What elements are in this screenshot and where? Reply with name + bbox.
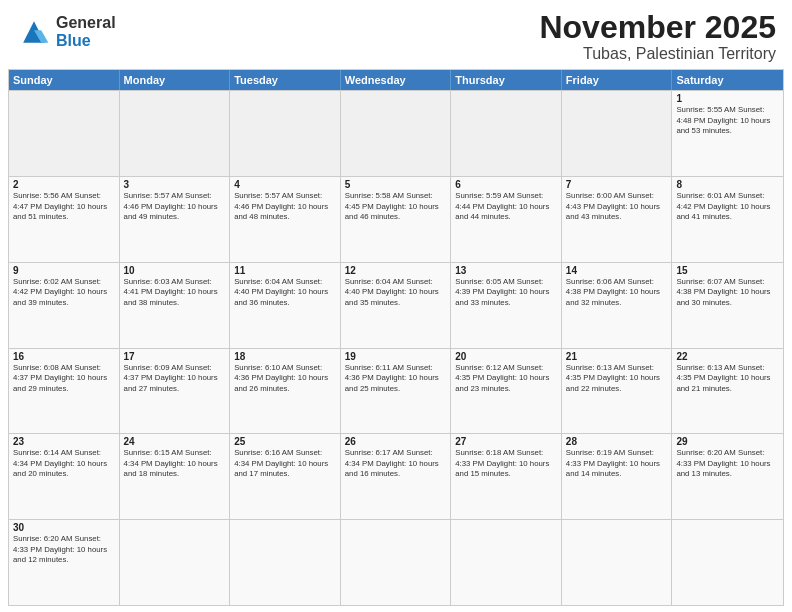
calendar-cell: 10Sunrise: 6:03 AM Sunset: 4:41 PM Dayli… bbox=[120, 263, 231, 348]
calendar-body: 1Sunrise: 5:55 AM Sunset: 4:48 PM Daylig… bbox=[9, 90, 783, 605]
sun-info: Sunrise: 6:20 AM Sunset: 4:33 PM Dayligh… bbox=[13, 534, 115, 566]
header-friday: Friday bbox=[562, 70, 673, 90]
calendar-cell: 23Sunrise: 6:14 AM Sunset: 4:34 PM Dayli… bbox=[9, 434, 120, 519]
day-number: 27 bbox=[455, 436, 557, 447]
header-wednesday: Wednesday bbox=[341, 70, 452, 90]
sun-info: Sunrise: 6:04 AM Sunset: 4:40 PM Dayligh… bbox=[234, 277, 336, 309]
day-number: 30 bbox=[13, 522, 115, 533]
sun-info: Sunrise: 5:57 AM Sunset: 4:46 PM Dayligh… bbox=[234, 191, 336, 223]
logo-blue: Blue bbox=[56, 32, 91, 49]
sun-info: Sunrise: 6:20 AM Sunset: 4:33 PM Dayligh… bbox=[676, 448, 779, 480]
calendar-cell bbox=[120, 91, 231, 176]
calendar-cell bbox=[9, 91, 120, 176]
calendar-cell: 1Sunrise: 5:55 AM Sunset: 4:48 PM Daylig… bbox=[672, 91, 783, 176]
sun-info: Sunrise: 6:01 AM Sunset: 4:42 PM Dayligh… bbox=[676, 191, 779, 223]
day-number: 29 bbox=[676, 436, 779, 447]
calendar-cell: 28Sunrise: 6:19 AM Sunset: 4:33 PM Dayli… bbox=[562, 434, 673, 519]
calendar-cell: 3Sunrise: 5:57 AM Sunset: 4:46 PM Daylig… bbox=[120, 177, 231, 262]
calendar-cell: 30Sunrise: 6:20 AM Sunset: 4:33 PM Dayli… bbox=[9, 520, 120, 605]
calendar-cell: 14Sunrise: 6:06 AM Sunset: 4:38 PM Dayli… bbox=[562, 263, 673, 348]
sun-info: Sunrise: 6:13 AM Sunset: 4:35 PM Dayligh… bbox=[566, 363, 668, 395]
day-number: 21 bbox=[566, 351, 668, 362]
sun-info: Sunrise: 6:03 AM Sunset: 4:41 PM Dayligh… bbox=[124, 277, 226, 309]
sun-info: Sunrise: 6:16 AM Sunset: 4:34 PM Dayligh… bbox=[234, 448, 336, 480]
sun-info: Sunrise: 5:56 AM Sunset: 4:47 PM Dayligh… bbox=[13, 191, 115, 223]
sun-info: Sunrise: 5:58 AM Sunset: 4:45 PM Dayligh… bbox=[345, 191, 447, 223]
sun-info: Sunrise: 6:05 AM Sunset: 4:39 PM Dayligh… bbox=[455, 277, 557, 309]
calendar-cell: 19Sunrise: 6:11 AM Sunset: 4:36 PM Dayli… bbox=[341, 349, 452, 434]
calendar-cell: 13Sunrise: 6:05 AM Sunset: 4:39 PM Dayli… bbox=[451, 263, 562, 348]
calendar-cell: 17Sunrise: 6:09 AM Sunset: 4:37 PM Dayli… bbox=[120, 349, 231, 434]
day-number: 2 bbox=[13, 179, 115, 190]
day-number: 20 bbox=[455, 351, 557, 362]
logo-icon bbox=[16, 14, 52, 50]
calendar-cell bbox=[562, 520, 673, 605]
sun-info: Sunrise: 6:06 AM Sunset: 4:38 PM Dayligh… bbox=[566, 277, 668, 309]
calendar-cell: 16Sunrise: 6:08 AM Sunset: 4:37 PM Dayli… bbox=[9, 349, 120, 434]
day-number: 13 bbox=[455, 265, 557, 276]
title-block: November 2025 Tubas, Palestinian Territo… bbox=[539, 10, 776, 63]
day-number: 19 bbox=[345, 351, 447, 362]
day-number: 9 bbox=[13, 265, 115, 276]
calendar-header: Sunday Monday Tuesday Wednesday Thursday… bbox=[9, 70, 783, 90]
logo-general: General bbox=[56, 14, 116, 31]
page-title: November 2025 bbox=[539, 10, 776, 45]
calendar-cell bbox=[562, 91, 673, 176]
calendar-cell bbox=[230, 91, 341, 176]
sun-info: Sunrise: 5:57 AM Sunset: 4:46 PM Dayligh… bbox=[124, 191, 226, 223]
day-number: 12 bbox=[345, 265, 447, 276]
calendar-cell: 24Sunrise: 6:15 AM Sunset: 4:34 PM Dayli… bbox=[120, 434, 231, 519]
day-number: 4 bbox=[234, 179, 336, 190]
calendar-cell bbox=[230, 520, 341, 605]
calendar: Sunday Monday Tuesday Wednesday Thursday… bbox=[8, 69, 784, 606]
calendar-cell bbox=[451, 520, 562, 605]
calendar-cell: 5Sunrise: 5:58 AM Sunset: 4:45 PM Daylig… bbox=[341, 177, 452, 262]
week-row-1: 2Sunrise: 5:56 AM Sunset: 4:47 PM Daylig… bbox=[9, 176, 783, 262]
header-tuesday: Tuesday bbox=[230, 70, 341, 90]
day-number: 26 bbox=[345, 436, 447, 447]
day-number: 28 bbox=[566, 436, 668, 447]
calendar-cell: 2Sunrise: 5:56 AM Sunset: 4:47 PM Daylig… bbox=[9, 177, 120, 262]
header-thursday: Thursday bbox=[451, 70, 562, 90]
day-number: 22 bbox=[676, 351, 779, 362]
calendar-cell: 27Sunrise: 6:18 AM Sunset: 4:33 PM Dayli… bbox=[451, 434, 562, 519]
day-number: 11 bbox=[234, 265, 336, 276]
day-number: 16 bbox=[13, 351, 115, 362]
day-number: 10 bbox=[124, 265, 226, 276]
day-number: 14 bbox=[566, 265, 668, 276]
calendar-cell: 8Sunrise: 6:01 AM Sunset: 4:42 PM Daylig… bbox=[672, 177, 783, 262]
sun-info: Sunrise: 6:17 AM Sunset: 4:34 PM Dayligh… bbox=[345, 448, 447, 480]
calendar-cell bbox=[120, 520, 231, 605]
header-saturday: Saturday bbox=[672, 70, 783, 90]
sun-info: Sunrise: 6:07 AM Sunset: 4:38 PM Dayligh… bbox=[676, 277, 779, 309]
logo: General Blue bbox=[16, 14, 116, 50]
sun-info: Sunrise: 6:04 AM Sunset: 4:40 PM Dayligh… bbox=[345, 277, 447, 309]
header-sunday: Sunday bbox=[9, 70, 120, 90]
sun-info: Sunrise: 6:15 AM Sunset: 4:34 PM Dayligh… bbox=[124, 448, 226, 480]
calendar-cell bbox=[451, 91, 562, 176]
page-subtitle: Tubas, Palestinian Territory bbox=[539, 45, 776, 63]
calendar-cell bbox=[341, 520, 452, 605]
sun-info: Sunrise: 5:59 AM Sunset: 4:44 PM Dayligh… bbox=[455, 191, 557, 223]
calendar-cell: 20Sunrise: 6:12 AM Sunset: 4:35 PM Dayli… bbox=[451, 349, 562, 434]
week-row-0: 1Sunrise: 5:55 AM Sunset: 4:48 PM Daylig… bbox=[9, 90, 783, 176]
day-number: 1 bbox=[676, 93, 779, 104]
day-number: 6 bbox=[455, 179, 557, 190]
sun-info: Sunrise: 6:08 AM Sunset: 4:37 PM Dayligh… bbox=[13, 363, 115, 395]
page: General Blue November 2025 Tubas, Palest… bbox=[0, 0, 792, 612]
day-number: 3 bbox=[124, 179, 226, 190]
day-number: 15 bbox=[676, 265, 779, 276]
day-number: 23 bbox=[13, 436, 115, 447]
sun-info: Sunrise: 6:12 AM Sunset: 4:35 PM Dayligh… bbox=[455, 363, 557, 395]
week-row-2: 9Sunrise: 6:02 AM Sunset: 4:42 PM Daylig… bbox=[9, 262, 783, 348]
day-number: 25 bbox=[234, 436, 336, 447]
header-monday: Monday bbox=[120, 70, 231, 90]
calendar-cell: 12Sunrise: 6:04 AM Sunset: 4:40 PM Dayli… bbox=[341, 263, 452, 348]
day-number: 8 bbox=[676, 179, 779, 190]
calendar-cell: 9Sunrise: 6:02 AM Sunset: 4:42 PM Daylig… bbox=[9, 263, 120, 348]
sun-info: Sunrise: 6:00 AM Sunset: 4:43 PM Dayligh… bbox=[566, 191, 668, 223]
header: General Blue November 2025 Tubas, Palest… bbox=[0, 0, 792, 69]
sun-info: Sunrise: 6:09 AM Sunset: 4:37 PM Dayligh… bbox=[124, 363, 226, 395]
day-number: 18 bbox=[234, 351, 336, 362]
day-number: 24 bbox=[124, 436, 226, 447]
